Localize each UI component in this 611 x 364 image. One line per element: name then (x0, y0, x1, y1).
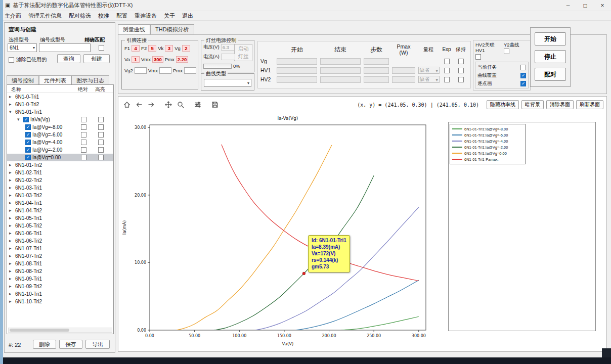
tree-item-checkbox[interactable] (25, 140, 31, 145)
zoom-icon[interactable] (175, 99, 186, 110)
pair-button[interactable]: 配对 (535, 68, 566, 81)
tree-item[interactable]: Ia@Vg=-4.00 (7, 139, 113, 146)
tree-item[interactable]: Ia@Vg=-2.00 (7, 146, 113, 154)
chevron-right-icon[interactable]: ▸ (9, 184, 15, 192)
delete-button[interactable]: 删除 (33, 340, 56, 349)
pmax-input[interactable] (392, 67, 415, 74)
chevron-down-icon[interactable]: ▾ (17, 116, 23, 123)
tree-highlight-checkbox[interactable] (98, 155, 104, 160)
exact-match-checkbox[interactable] (99, 45, 104, 51)
chevron-right-icon[interactable]: ▸ (9, 214, 15, 222)
tree-item[interactable]: ▸6N1-05-Tri1 (7, 214, 113, 222)
start-input[interactable] (277, 76, 317, 83)
tree-item[interactable]: ▸6N1-03-Tri2 (7, 192, 113, 199)
tree-abs-checkbox[interactable] (81, 140, 86, 145)
pin-value[interactable] (159, 67, 171, 74)
code-input[interactable] (39, 43, 91, 52)
scrollbar-thumb[interactable] (10, 329, 69, 332)
pin-value[interactable] (135, 67, 147, 74)
y2-curve-checkbox[interactable] (504, 49, 509, 54)
range-select[interactable]: 缺省▾ (418, 76, 440, 83)
tree-item[interactable]: ▸6N1-0-Tri2 (7, 101, 113, 108)
menu-item-6[interactable]: 关于 (160, 11, 179, 21)
chevron-right-icon[interactable]: ▸ (9, 290, 15, 298)
tree-item[interactable]: ▸6N1-08-Tri1 (7, 260, 113, 267)
stop-button[interactable]: 停止 (535, 50, 566, 63)
end-input[interactable] (320, 58, 361, 65)
chevron-right-icon[interactable]: ▸ (9, 101, 15, 108)
pin-value[interactable]: 4 (132, 45, 140, 52)
chevron-right-icon[interactable]: ▸ (9, 230, 15, 237)
exp-checkbox[interactable] (444, 77, 450, 82)
left-tab-1[interactable]: 元件列表 (39, 75, 71, 85)
chevron-right-icon[interactable]: ▸ (9, 169, 15, 176)
tree-item[interactable]: ▾IaVa(Vg) (7, 116, 113, 123)
steps-input[interactable] (364, 67, 389, 74)
menu-item-2[interactable]: 配对筛选 (65, 11, 95, 21)
exp-checkbox[interactable] (444, 68, 450, 73)
option-checkbox[interactable] (520, 73, 526, 78)
chevron-right-icon[interactable]: ▸ (9, 252, 15, 260)
tree-item-checkbox[interactable] (25, 124, 31, 130)
menu-item-7[interactable]: 退出 (179, 11, 197, 21)
tree-item[interactable]: ▸6N1-06-Tri1 (7, 230, 113, 237)
pin-value[interactable] (184, 67, 196, 74)
tree-highlight-checkbox[interactable] (98, 132, 104, 138)
forward-icon[interactable] (146, 99, 157, 110)
voltage-value[interactable]: 6.3 (221, 44, 235, 51)
model-select[interactable]: 6N1 ▾ (8, 43, 37, 52)
tree-item[interactable]: ▸6N1-09-Tri1 (7, 275, 113, 283)
tree-item[interactable]: ▸6N1-02-Tri1 (7, 169, 113, 176)
menu-item-3[interactable]: 校准 (95, 11, 113, 21)
menu-item-1[interactable]: 管理元件信息 (25, 11, 65, 21)
pin-value[interactable]: 2.20 (176, 56, 189, 63)
maximize-button[interactable]: □ (577, 0, 594, 11)
menu-item-5[interactable]: 重连设备 (131, 11, 160, 21)
tree-item[interactable]: Ia@Vg=0.00 (7, 154, 113, 161)
save-button[interactable]: 保存 (59, 340, 82, 349)
end-input[interactable] (320, 76, 361, 83)
tree-item[interactable]: ▾6N1-01-Tri1 (7, 108, 113, 116)
dark-background-button[interactable]: 暗背景 (521, 100, 544, 109)
create-button[interactable]: 创建 (83, 54, 110, 63)
tree-item[interactable]: ▸6N1-03-Tri1 (7, 184, 113, 192)
tree-item[interactable]: ▸6N1-07-Tri2 (7, 252, 113, 260)
left-tab-2[interactable]: 图示与日志 (71, 75, 109, 85)
tree-item[interactable]: ▸6N1-0-Tri1 (7, 93, 113, 101)
main-tab-0[interactable]: 测量曲线 (118, 24, 150, 34)
pin-value[interactable]: 5 (148, 45, 156, 52)
tree-highlight-checkbox[interactable] (98, 147, 104, 153)
pin-value[interactable]: 1 (132, 56, 140, 63)
pin-value[interactable]: 2 (182, 45, 190, 52)
minimize-button[interactable]: – (559, 0, 577, 11)
chevron-right-icon[interactable]: ▸ (9, 93, 15, 101)
tree-item-checkbox[interactable] (23, 117, 29, 122)
chevron-right-icon[interactable]: ▸ (9, 222, 15, 230)
tree-item[interactable]: ▸6N1-08-Tri2 (7, 267, 113, 275)
filter-used-checkbox[interactable] (9, 57, 14, 63)
query-button[interactable]: 查询 (57, 54, 80, 63)
exp-checkbox[interactable] (444, 59, 450, 64)
back-icon[interactable] (134, 99, 145, 110)
pin-value[interactable]: 3 (165, 45, 173, 52)
tree-item[interactable]: ▸6N1-02-Tri2 (7, 176, 113, 184)
menu-item-0[interactable]: 主介面 (1, 11, 25, 21)
tree-highlight-checkbox[interactable] (98, 140, 104, 145)
tree-item[interactable]: ▸6N1-04-Tri2 (7, 207, 113, 214)
tree-highlight-checkbox[interactable] (98, 117, 104, 122)
hold-checkbox[interactable] (458, 68, 464, 73)
tree-highlight-checkbox[interactable] (98, 124, 104, 130)
chevron-right-icon[interactable]: ▸ (9, 237, 15, 245)
export-button[interactable]: 导出 (85, 340, 110, 349)
option-checkbox[interactable] (520, 65, 526, 70)
tree-item[interactable]: ▸6N1-07-Tri1 (7, 245, 113, 252)
steps-input[interactable] (364, 76, 389, 83)
tree-item-checkbox[interactable] (25, 132, 31, 138)
start-button[interactable]: 开始 (535, 32, 566, 46)
pan-icon[interactable] (163, 99, 174, 110)
chevron-right-icon[interactable]: ▸ (9, 161, 15, 169)
chevron-right-icon[interactable]: ▸ (9, 199, 15, 207)
chevron-right-icon[interactable]: ▸ (9, 207, 15, 214)
pmax-input[interactable] (392, 76, 415, 83)
tree-item[interactable]: ▸6N1-01-Tri2 (7, 161, 113, 169)
